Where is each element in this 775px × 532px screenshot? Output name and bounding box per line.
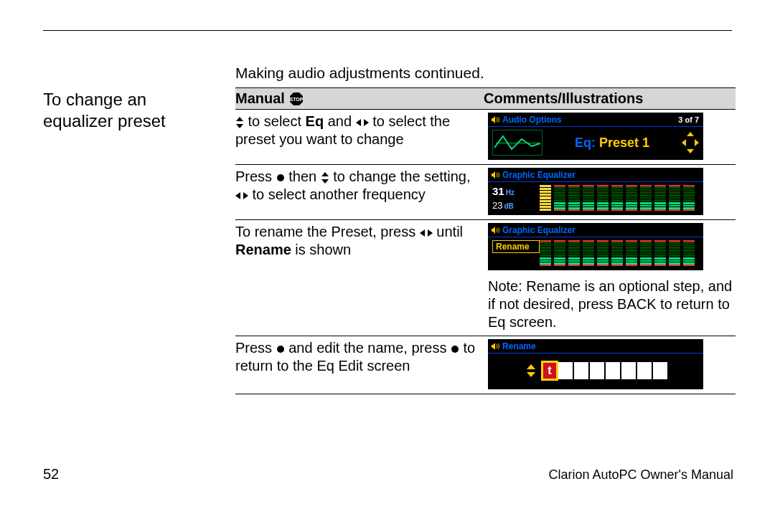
updown-icon	[321, 172, 329, 184]
screen-title: Audio Options	[502, 115, 562, 125]
svg-marker-3	[236, 124, 243, 128]
screen-title: Graphic Equalizer	[502, 170, 576, 180]
screen-graphic-equalizer: Graphic Equalizer 31Hz 23dB	[488, 168, 703, 215]
speaker-icon	[491, 171, 499, 179]
text: until	[433, 224, 463, 239]
svg-marker-15	[420, 229, 425, 237]
svg-marker-14	[243, 192, 248, 199]
eq-bold: Eq	[306, 113, 324, 129]
table-row: Press and edit the name, press to return…	[235, 336, 736, 394]
dot-icon	[451, 345, 459, 353]
section-continued: Making audio adjustments continued.	[235, 65, 736, 82]
illustration-cell: Graphic Equalizer 31Hz 23dB	[488, 168, 736, 215]
eq-bars	[540, 237, 703, 270]
updown-icon	[522, 364, 540, 377]
svg-marker-5	[364, 119, 369, 126]
screen-page-indicator: 3 of 7	[678, 115, 699, 124]
text: and edit the name, press	[285, 340, 451, 356]
rename-char	[590, 362, 604, 379]
doc-title: Clarion AutoPC Owner's Manual	[548, 467, 733, 483]
text: to select another frequency	[248, 186, 426, 202]
svg-text:STOP: STOP	[289, 97, 303, 102]
rename-char-current: t	[542, 362, 557, 379]
svg-marker-16	[428, 229, 433, 237]
manual-cell: Press then to change the setting, to sel…	[235, 168, 488, 215]
rename-input: t	[488, 353, 703, 389]
svg-marker-13	[235, 192, 240, 199]
leftright-icon	[420, 229, 433, 237]
svg-point-18	[451, 346, 459, 353]
eq-hz-unit: Hz	[506, 189, 515, 196]
text: to select	[244, 113, 306, 129]
manual-cell-empty	[235, 277, 488, 331]
dot-icon	[276, 345, 285, 353]
text: to change the setting,	[329, 168, 471, 184]
text: Press	[235, 168, 276, 184]
page-body: Making audio adjustments continued. To c…	[43, 65, 736, 394]
eq-db-unit: dB	[504, 202, 513, 210]
dpad-diamond-icon	[682, 132, 699, 153]
svg-marker-9	[695, 139, 699, 146]
eq-label: Eq: Preset 1	[542, 136, 682, 151]
illustration-cell: Audio Options 3 of 7 Eq: Preset 1	[488, 113, 736, 160]
screen-title: Rename	[502, 341, 536, 351]
col-comments: Comments/Illustrations	[484, 88, 736, 109]
eq-readout: 31Hz 23dB	[488, 182, 540, 215]
eq-curve-icon	[492, 130, 542, 156]
screen-title: Graphic Equalizer	[502, 225, 576, 235]
text: Press	[235, 340, 276, 356]
rename-char	[621, 362, 636, 379]
table-header: Manual STOP Comments/Illustrations	[235, 87, 736, 110]
side-title-line: To change an	[43, 90, 146, 109]
rename-char	[637, 362, 652, 379]
eq-preset-name: Preset 1	[599, 136, 649, 150]
svg-marker-20	[527, 372, 535, 377]
instruction-table: Manual STOP Comments/Illustrations to se	[235, 87, 736, 394]
text: To rename the Preset, press	[235, 224, 420, 239]
eq-bars	[540, 182, 703, 215]
svg-marker-12	[321, 179, 329, 184]
rename-chip: Rename	[492, 240, 540, 253]
text: is shown	[291, 242, 351, 257]
col-manual-label: Manual	[235, 90, 285, 107]
svg-marker-6	[687, 132, 694, 136]
screen-graphic-equalizer-rename: Graphic Equalizer Rename	[488, 223, 703, 270]
eq-hz-value: 31	[492, 185, 504, 197]
stop-icon: STOP	[289, 92, 304, 106]
table-row: Press then to change the setting, to sel…	[235, 165, 736, 220]
text: then	[285, 168, 321, 184]
manual-cell: to select Eq and to select the preset yo…	[235, 113, 488, 160]
svg-point-10	[277, 174, 284, 181]
updown-icon	[235, 117, 244, 128]
svg-marker-8	[682, 139, 686, 146]
svg-marker-11	[321, 172, 329, 176]
dot-icon	[276, 174, 285, 182]
rename-char	[653, 362, 667, 379]
svg-marker-4	[356, 119, 361, 126]
col-manual: Manual STOP	[235, 88, 484, 109]
svg-marker-2	[236, 117, 243, 121]
leftright-icon	[356, 118, 369, 127]
side-title-line: equalizer preset	[43, 111, 166, 130]
text: and	[324, 113, 355, 129]
illustration-cell: Graphic Equalizer Rename	[488, 223, 736, 270]
eq-label-text: Eq:	[575, 136, 596, 150]
svg-point-17	[277, 346, 284, 353]
screen-rename: Rename t	[488, 339, 703, 389]
top-rule	[43, 30, 732, 31]
speaker-icon	[491, 342, 499, 351]
manual-cell: Press and edit the name, press to return…	[235, 339, 488, 389]
illustration-cell: Rename t	[488, 339, 736, 389]
eq-db-value: 23	[492, 200, 502, 211]
rename-char	[606, 362, 620, 379]
screen-audio-options: Audio Options 3 of 7 Eq: Preset 1	[488, 113, 703, 160]
table-row: To rename the Preset, press until Rename…	[235, 220, 736, 275]
rename-char	[574, 362, 588, 379]
table-row: to select Eq and to select the preset yo…	[235, 110, 736, 165]
rename-bold: Rename	[235, 242, 291, 257]
page-number: 52	[43, 466, 59, 483]
speaker-icon	[491, 115, 499, 124]
leftright-icon	[235, 191, 248, 200]
svg-marker-7	[687, 149, 694, 153]
note-cell: Note: Rename is an optional step, and if…	[488, 277, 736, 331]
